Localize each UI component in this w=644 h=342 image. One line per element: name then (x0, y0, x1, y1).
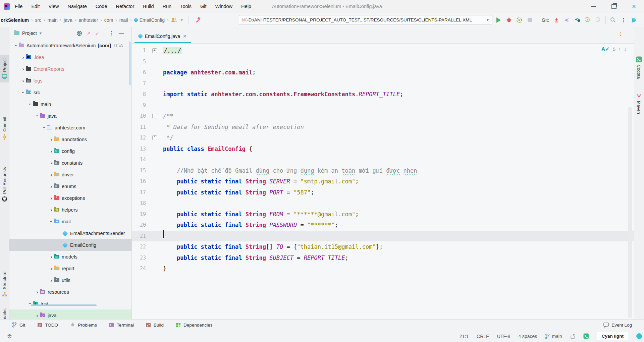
tree-item-src[interactable]: ›src (9, 87, 131, 98)
tree-item-java[interactable]: ›java (9, 309, 131, 319)
breadcrumb-item-mail[interactable]: mail (119, 17, 128, 23)
ide-plugin-icon[interactable] (631, 17, 637, 23)
menu-file[interactable]: File (15, 4, 22, 9)
kebab-icon[interactable]: ⋮ (109, 31, 114, 36)
stripe-tab-structure[interactable]: Structure (0, 272, 9, 297)
toolwindow-problems[interactable]: Problems (70, 323, 97, 328)
tree-item-config[interactable]: ›config (9, 145, 131, 157)
hammer-icon[interactable] (195, 17, 201, 23)
stripe-tab-project[interactable]: Project (0, 55, 9, 82)
stripe-tab-pull-requests[interactable]: Pull Requests (0, 167, 9, 202)
code-area[interactable]: 1+/.../56package anhtester.com.mail;78im… (132, 43, 634, 319)
tree-item-constants[interactable]: ›constants (9, 157, 131, 169)
chevron-down-icon[interactable]: ▾ (180, 17, 183, 22)
toolwindow-dependencies[interactable]: Dependencies (176, 323, 212, 328)
tree-item-enums[interactable]: ›enums (9, 180, 131, 192)
code-line-13[interactable]: 13public class EmailConfig { (132, 144, 634, 155)
git-branch-widget[interactable]: main (545, 334, 562, 339)
tree-item-emailattachmentssender[interactable]: EmailAttachmentsSender (9, 227, 131, 239)
code-line-12[interactable]: 12⌃ */ (132, 132, 634, 144)
tree-item-models[interactable]: ›models (9, 251, 131, 263)
codota-icon[interactable] (583, 333, 589, 339)
tree-expanded-arrow-icon[interactable]: › (13, 43, 19, 48)
tab-emailconfig[interactable]: EmailConfig.java ✕ (135, 30, 191, 43)
rollback-icon[interactable] (585, 17, 591, 23)
code-line-17[interactable]: 17 public static final String PORT = "58… (132, 187, 634, 198)
locate-icon[interactable] (76, 31, 82, 36)
search-icon[interactable] (610, 17, 616, 23)
fold-marker-icon[interactable]: ⌄ (152, 114, 157, 118)
code-line-10[interactable]: 10⌄/** (132, 111, 634, 122)
editor-kebab-icon[interactable]: ⋮ (618, 31, 623, 37)
breadcrumb-item-src[interactable]: src (35, 17, 41, 23)
tree-item-extentreports[interactable]: ›ExtentReports (9, 63, 131, 75)
cyan-dot-icon[interactable] (636, 333, 642, 339)
tree-item-mail[interactable]: ›mail (9, 216, 131, 227)
people-icon[interactable] (171, 17, 178, 23)
tree-item-driver[interactable]: ›driver (9, 169, 131, 180)
project-panel-title[interactable]: Project (22, 31, 37, 36)
tree-expanded-arrow-icon[interactable]: › (28, 101, 33, 107)
tree-collapsed-arrow-icon[interactable]: › (49, 254, 54, 260)
code-line-5[interactable]: 5 (132, 56, 634, 67)
tree-item-utils[interactable]: ›utils (9, 274, 131, 286)
breadcrumb-item-java[interactable]: java (64, 17, 72, 23)
prev-issue-icon[interactable]: ↑ (619, 46, 621, 52)
stripe-tab-commit[interactable]: Commit (0, 117, 9, 140)
close-icon[interactable]: × (624, 0, 644, 13)
tree-item-automationframeworkselenium[interactable]: ›AutomationFrameworkSelenium[com]D:\A (9, 40, 131, 51)
tree-collapsed-arrow-icon[interactable]: › (49, 266, 54, 271)
run-button[interactable] (495, 17, 501, 23)
menu-edit[interactable]: Edit (31, 4, 40, 9)
menu-help[interactable]: Help (241, 4, 251, 9)
code-line-24[interactable]: 24} (132, 263, 634, 274)
code-line-7[interactable]: 7 (132, 78, 634, 89)
tree-collapsed-arrow-icon[interactable]: › (49, 277, 54, 283)
close-tab-icon[interactable]: ✕ (183, 34, 187, 39)
tree-item-test[interactable]: ›test (9, 298, 131, 309)
menu-run[interactable]: Run (163, 4, 172, 9)
menu-navigate[interactable]: Navigate (68, 4, 87, 9)
toolwindow-todo[interactable]: TODO (37, 323, 58, 328)
toolwindow-terminal[interactable]: Terminal (109, 323, 134, 328)
file-encoding[interactable]: UTF-8 (497, 334, 511, 339)
fold-marker-icon[interactable]: + (152, 48, 157, 53)
stop-button[interactable] (527, 17, 533, 23)
menu-window[interactable]: Window (215, 4, 233, 9)
tree-scrollbar[interactable] (129, 42, 131, 85)
menu-view[interactable]: View (48, 4, 59, 9)
breadcrumb-item-orkselenium[interactable]: orkSelenium (1, 17, 29, 23)
breadcrumb-item-main[interactable]: main (47, 17, 57, 23)
menu-git[interactable]: Git (200, 4, 207, 9)
tree-item--idea[interactable]: ›.idea (9, 51, 131, 63)
stripe-tab-codota[interactable]: Codota (634, 56, 643, 79)
toolwindow-build[interactable]: Build (146, 323, 164, 328)
tree-expanded-arrow-icon[interactable]: › (20, 90, 26, 95)
tree-item-java[interactable]: ›java (9, 110, 131, 122)
tree-collapsed-arrow-icon[interactable]: › (49, 183, 54, 189)
tree-item-logs[interactable]: ›logs (9, 75, 131, 87)
code-line-14[interactable]: 14 (132, 154, 634, 165)
event-log-button[interactable]: Event Log (603, 323, 632, 328)
debug-button[interactable] (506, 17, 512, 23)
tree-item-emailconfig[interactable]: EmailConfig (9, 239, 131, 251)
tree-collapsed-arrow-icon[interactable]: › (49, 207, 54, 213)
collapse-all-icon[interactable]: ↙ (95, 31, 99, 36)
menu-build[interactable]: Build (143, 4, 154, 9)
hide-panel-icon[interactable]: — (119, 30, 124, 36)
code-line-6[interactable]: 6package anhtester.com.mail; (132, 67, 634, 78)
stripe-tab-maven[interactable]: Maven (634, 94, 643, 114)
tree-expanded-arrow-icon[interactable]: › (42, 125, 47, 130)
run-configuration-select[interactable]: NG D:/ANHTESTER/PERSONAL_PROJECT_AUTO_TE… (239, 15, 492, 25)
tree-collapsed-arrow-icon[interactable]: › (49, 160, 54, 166)
menu-code[interactable]: Code (96, 4, 107, 9)
coverage-button[interactable] (516, 17, 522, 23)
line-separator[interactable]: CRLF (477, 334, 489, 339)
menu-tools[interactable]: Tools (180, 4, 192, 9)
git-push-icon[interactable] (564, 17, 570, 23)
code-line-20[interactable]: 20 public static final String PASSWORD =… (132, 220, 634, 231)
tree-collapsed-arrow-icon[interactable]: › (49, 136, 54, 142)
theme-selector[interactable]: Cyan light (597, 332, 628, 340)
tree-item-helpers[interactable]: ›helpers (9, 204, 131, 216)
fold-marker-icon[interactable]: ⌃ (152, 135, 157, 140)
